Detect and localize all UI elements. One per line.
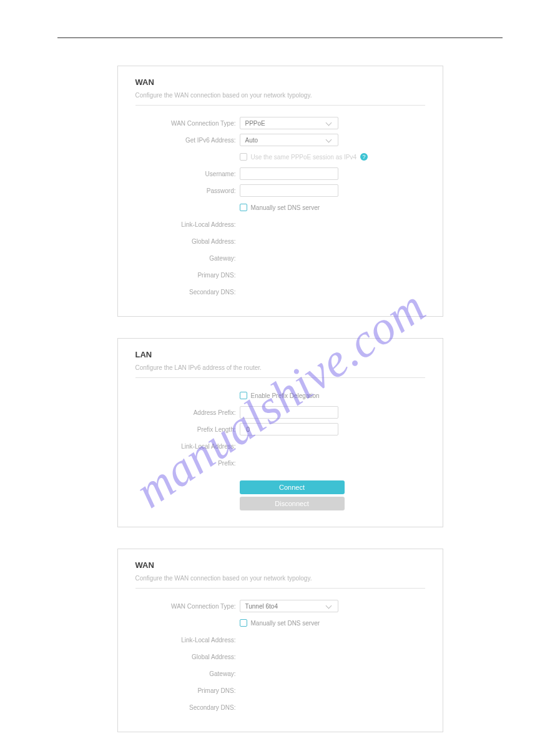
username-label: Username:	[135, 171, 240, 177]
wan-6to4-panel: WAN Configure the WAN connection based o…	[117, 549, 443, 732]
lan-title: LAN	[135, 350, 425, 359]
link-local-label: Link-Local Address:	[135, 221, 240, 228]
same-pppoe-checkbox[interactable]	[240, 153, 247, 161]
get-ipv6-select[interactable]: Auto	[240, 134, 338, 146]
wan2-secondary-dns-label: Secondary DNS:	[135, 704, 240, 711]
secondary-dns-label: Secondary DNS:	[135, 289, 240, 296]
chevron-down-icon	[327, 603, 333, 609]
gateway-label: Gateway:	[135, 255, 240, 262]
manual-dns-label: Manually set DNS server	[251, 204, 320, 211]
wan2-primary-dns-label: Primary DNS:	[135, 687, 240, 694]
wan2-subtitle: Configure the WAN connection based on yo…	[135, 575, 425, 589]
wan2-global-label: Global Address:	[135, 654, 240, 660]
password-label: Password:	[135, 187, 240, 194]
prefix-length-label: Prefix Length:	[135, 426, 240, 433]
connect-button[interactable]: Connect	[240, 480, 345, 494]
wan-conn-type-select[interactable]: PPPoE	[240, 117, 338, 129]
lan-subtitle: Configure the LAN IPv6 address of the ro…	[135, 364, 425, 378]
address-prefix-label: Address Prefix:	[135, 409, 240, 416]
global-address-label: Global Address:	[135, 238, 240, 245]
wan-pppoe-panel: WAN Configure the WAN connection based o…	[117, 66, 443, 317]
wan2-link-local-label: Link-Local Address:	[135, 637, 240, 644]
wan2-conn-type-select[interactable]: Tunnel 6to4	[240, 600, 338, 612]
wan-title: WAN	[135, 77, 425, 87]
help-icon[interactable]: ?	[360, 153, 368, 161]
same-pppoe-label: Use the same PPPoE session as IPv4	[251, 154, 357, 161]
password-input[interactable]	[240, 184, 338, 197]
chevron-down-icon	[327, 120, 333, 126]
wan-conn-type-label: WAN Connection Type:	[135, 120, 240, 127]
lan-panel: LAN Configure the LAN IPv6 address of th…	[117, 338, 443, 527]
wan-subtitle: Configure the WAN connection based on yo…	[135, 92, 425, 106]
wan2-manual-dns-label: Manually set DNS server	[251, 620, 320, 627]
wan2-manual-dns-checkbox[interactable]	[240, 619, 247, 627]
disconnect-button[interactable]: Disconnect	[240, 497, 345, 510]
get-ipv6-value: Auto	[245, 137, 258, 144]
get-ipv6-label: Get IPv6 Address:	[135, 137, 240, 144]
prefix-length-input[interactable]	[240, 423, 338, 435]
wan2-conn-type-value: Tunnel 6to4	[245, 603, 278, 610]
enable-prefix-checkbox[interactable]	[240, 392, 247, 399]
wan2-title: WAN	[135, 560, 425, 570]
lan-link-local-label: Link-Local Address:	[135, 443, 240, 450]
username-input[interactable]	[240, 167, 338, 180]
chevron-down-icon	[327, 137, 333, 143]
wan-conn-type-value: PPPoE	[245, 120, 265, 127]
enable-prefix-label: Enable Prefix Delegation	[251, 392, 320, 399]
manual-dns-checkbox[interactable]	[240, 204, 247, 211]
address-prefix-input[interactable]	[240, 406, 338, 419]
lan-prefix-label: Prefix:	[135, 460, 240, 467]
primary-dns-label: Primary DNS:	[135, 272, 240, 279]
wan2-gateway-label: Gateway:	[135, 670, 240, 677]
wan2-conn-type-label: WAN Connection Type:	[135, 603, 240, 610]
page-divider	[57, 37, 503, 38]
